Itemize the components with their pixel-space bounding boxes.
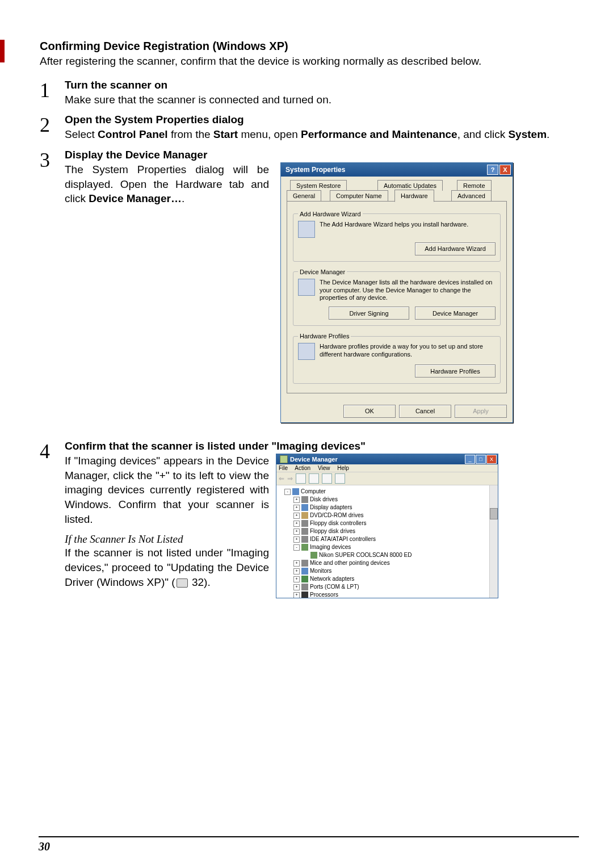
- titlebar[interactable]: System Properties ? X: [281, 163, 513, 177]
- tree-node[interactable]: +DVD/CD-ROM drives: [284, 511, 497, 519]
- step-number: 3: [40, 149, 65, 423]
- device-category-icon: [301, 576, 308, 582]
- tree-label: Mice and other pointing devices: [310, 559, 390, 567]
- expand-icon[interactable]: +: [293, 513, 300, 519]
- menu-view[interactable]: View: [318, 465, 330, 471]
- tree-node[interactable]: +Network adapters: [284, 575, 497, 583]
- expand-icon[interactable]: +: [293, 576, 300, 582]
- device-manager-button[interactable]: Device Manager: [415, 307, 496, 320]
- device-tree[interactable]: -Computer+Disk drives+Display adapters+D…: [276, 485, 498, 598]
- expand-icon[interactable]: +: [293, 592, 300, 598]
- page-reference-icon: [177, 578, 188, 588]
- expand-icon[interactable]: +: [293, 505, 300, 511]
- device-category-icon: [301, 520, 308, 527]
- device-category-icon: [301, 544, 308, 551]
- dialog-button-row: OK Cancel Apply: [281, 399, 513, 422]
- device-category-icon: [301, 512, 308, 519]
- minimize-button[interactable]: _: [465, 455, 475, 464]
- tab-hardware[interactable]: Hardware: [394, 190, 434, 202]
- legend: Add Hardware Wizard: [298, 211, 363, 217]
- t: .: [182, 192, 184, 204]
- device-category-icon: [301, 504, 308, 511]
- maximize-button[interactable]: □: [476, 455, 486, 464]
- t: .: [547, 128, 549, 140]
- menubar[interactable]: File Action View Help: [276, 464, 498, 472]
- t: Performance and Maintenance: [301, 128, 457, 140]
- page-rule: [39, 836, 579, 837]
- group-add-hardware-wizard: Add Hardware Wizard The Add Hardware Wiz…: [293, 211, 501, 262]
- group-device-manager: Device Manager The Device Manager lists …: [293, 269, 501, 326]
- close-button[interactable]: X: [499, 165, 511, 175]
- menu-file[interactable]: File: [279, 465, 288, 471]
- app-icon: [280, 455, 288, 463]
- menu-action[interactable]: Action: [295, 465, 310, 471]
- driver-signing-button[interactable]: Driver Signing: [329, 307, 409, 320]
- back-icon[interactable]: ⇐: [279, 475, 284, 483]
- group-hardware-profiles: Hardware Profiles Hardware profiles prov…: [293, 333, 501, 384]
- tab-system-restore[interactable]: System Restore: [290, 180, 347, 191]
- device-category-icon: [301, 592, 308, 598]
- menu-help[interactable]: Help: [337, 465, 349, 471]
- tree-node[interactable]: +Monitors: [284, 567, 497, 575]
- toolbar-icon[interactable]: [335, 473, 345, 484]
- device-category-icon: [301, 528, 308, 535]
- tree-node[interactable]: +Ports (COM & LPT): [284, 583, 497, 591]
- tree-label: Nikon SUPER COOLSCAN 8000 ED: [319, 551, 412, 559]
- titlebar[interactable]: Device Manager _ □ X: [276, 454, 498, 464]
- tree-node[interactable]: -Imaging devices: [284, 543, 497, 551]
- toolbar-icon[interactable]: [296, 473, 306, 484]
- close-button[interactable]: X: [486, 455, 497, 464]
- t: Select: [65, 128, 98, 140]
- collapse-icon[interactable]: -: [293, 544, 300, 551]
- scrollbar[interactable]: [489, 485, 498, 598]
- help-button[interactable]: ?: [487, 165, 498, 175]
- tree-node[interactable]: +IDE ATA/ATAPI controllers: [284, 535, 497, 543]
- page-number: 30: [39, 840, 50, 853]
- tree-node[interactable]: +Floppy disk controllers: [284, 519, 497, 527]
- expand-icon[interactable]: +: [293, 521, 300, 527]
- toolbar-icon[interactable]: [309, 473, 319, 484]
- title-text: Device Manager: [290, 456, 338, 463]
- tree-label: Network adapters: [310, 575, 354, 583]
- tab-advanced[interactable]: Advanced: [451, 190, 492, 201]
- collapse-icon[interactable]: -: [284, 489, 291, 495]
- scroll-thumb[interactable]: [490, 508, 498, 519]
- tree-node[interactable]: +Mice and other pointing devices: [284, 559, 497, 567]
- tab-remote[interactable]: Remote: [457, 180, 492, 191]
- tab-general[interactable]: General: [287, 190, 321, 201]
- toolbar-icon[interactable]: [322, 473, 332, 484]
- tree-node[interactable]: +Floppy disk drives: [284, 527, 497, 535]
- cancel-button[interactable]: Cancel: [399, 405, 451, 418]
- step-title: Open the System Properties dialog: [65, 114, 579, 126]
- step-title: Turn the scanner on: [65, 79, 579, 91]
- expand-icon[interactable]: +: [293, 568, 300, 575]
- forward-icon[interactable]: ⇒: [287, 475, 293, 483]
- add-hardware-wizard-button[interactable]: Add Hardware Wizard: [415, 242, 496, 255]
- expand-icon[interactable]: +: [293, 529, 300, 535]
- expand-icon[interactable]: +: [293, 560, 300, 567]
- t: 32).: [189, 576, 211, 588]
- t: System: [508, 128, 547, 140]
- expand-icon[interactable]: +: [293, 536, 300, 543]
- expand-icon[interactable]: +: [293, 497, 300, 503]
- tree-node[interactable]: +Processors: [284, 591, 497, 598]
- tab-computer-name[interactable]: Computer Name: [330, 190, 388, 201]
- hardware-profiles-button[interactable]: Hardware Profiles: [415, 364, 496, 378]
- step-text: The System Properties dialog will be dis…: [65, 162, 269, 206]
- tree-node[interactable]: -Computer: [284, 488, 497, 496]
- tree-node[interactable]: Nikon SUPER COOLSCAN 8000 ED: [284, 551, 497, 559]
- step-text: If "Imaging devices" appears in the Devi…: [65, 454, 269, 526]
- tree-label: DVD/CD-ROM drives: [310, 511, 363, 519]
- tree-node[interactable]: +Disk drives: [284, 496, 497, 504]
- ok-button[interactable]: OK: [343, 405, 396, 418]
- system-properties-dialog: System Properties ? X System Restore Aut…: [280, 162, 513, 423]
- t: If the scanner is not listed under "Imag…: [65, 547, 269, 588]
- t: Start: [213, 128, 238, 140]
- tree-node[interactable]: +Display adapters: [284, 504, 497, 511]
- expand-icon[interactable]: +: [293, 584, 300, 590]
- tree-label: Monitors: [310, 567, 331, 575]
- tree-label: Imaging devices: [310, 543, 351, 551]
- tab-strip: System Restore Automatic Updates Remote …: [287, 180, 507, 202]
- device-category-icon: [301, 568, 308, 575]
- step-3: 3 Display the Device Manager The System …: [40, 149, 579, 423]
